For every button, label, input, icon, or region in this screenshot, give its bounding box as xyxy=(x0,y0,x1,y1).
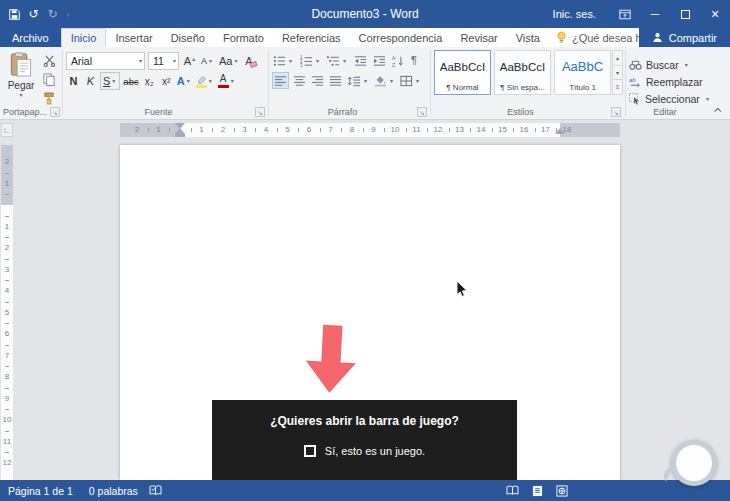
style-card[interactable]: AaBbCcI¶ Sin espa... xyxy=(494,50,551,95)
minimize-button[interactable]: ─ xyxy=(640,0,670,28)
font-color-button[interactable]: A ▾ xyxy=(217,73,237,90)
tab-stop-selector[interactable]: ∟ xyxy=(1,123,13,137)
chevron-down-icon: ▾ xyxy=(341,58,348,64)
collapse-ribbon-button[interactable] xyxy=(711,104,725,116)
vertical-ruler[interactable]: 12345678910111212 xyxy=(1,138,13,480)
ruler-tick xyxy=(5,366,9,367)
format-painter-button[interactable] xyxy=(40,90,58,106)
grow-font-button[interactable]: A▴ xyxy=(182,53,197,70)
save-button[interactable] xyxy=(5,4,24,24)
tab-revisar[interactable]: Revisar xyxy=(451,28,506,47)
multilevel-list-button[interactable]: ▾ xyxy=(326,52,349,69)
tab-vista[interactable]: Vista xyxy=(507,28,549,47)
ruler-tick xyxy=(320,128,321,132)
paste-button[interactable]: Pegar ▾ xyxy=(5,50,37,108)
bullets-icon xyxy=(273,55,286,67)
find-button[interactable]: Buscar ▾ xyxy=(629,57,690,72)
sort-button[interactable]: AZ xyxy=(391,52,406,69)
highlight-button[interactable]: ▾ xyxy=(195,73,215,90)
ruler-top-margin xyxy=(1,145,13,205)
styles-scroll-down-button[interactable]: ▾ xyxy=(612,66,623,81)
font-name-select[interactable]: Arial ▾ xyxy=(66,52,145,70)
cut-button[interactable] xyxy=(40,52,58,68)
close-button[interactable]: × xyxy=(700,0,730,28)
ruler-tick xyxy=(513,128,514,132)
font-dialog-launcher[interactable]: ↘ xyxy=(255,107,265,117)
proofing-status-button[interactable] xyxy=(146,485,166,496)
ruler-number: 3 xyxy=(242,126,246,134)
left-indent-marker[interactable] xyxy=(175,134,185,137)
maximize-button[interactable] xyxy=(670,0,700,28)
borders-button[interactable]: ▾ xyxy=(399,72,422,89)
text-effects-button[interactable]: A▾ xyxy=(176,73,193,90)
bold-button[interactable]: N xyxy=(66,73,81,90)
cortana-orb[interactable] xyxy=(671,440,717,486)
word-count[interactable]: 0 palabras xyxy=(81,485,146,497)
tab-correspondencia[interactable]: Correspondencia xyxy=(350,28,452,47)
superscript-button[interactable]: x² xyxy=(159,73,174,90)
replace-icon: ab xyxy=(629,76,642,88)
select-button[interactable]: Seleccionar ▾ xyxy=(629,91,711,106)
font-size-select[interactable]: 11 ▾ xyxy=(148,52,179,70)
show-paragraph-marks-button[interactable]: ¶ xyxy=(410,52,418,69)
paragraph-dialog-launcher[interactable]: ↘ xyxy=(417,107,427,117)
sign-in-button[interactable]: Inic. ses. xyxy=(539,8,610,20)
tab-inicio[interactable]: Inicio xyxy=(61,28,107,47)
align-left-button[interactable] xyxy=(272,72,289,89)
style-card[interactable]: AaBbCcI¶ Normal xyxy=(434,50,491,95)
tab-formato[interactable]: Formato xyxy=(214,28,273,47)
underline-button[interactable]: S ▾ xyxy=(100,72,120,90)
styles-dialog-launcher[interactable]: ↘ xyxy=(611,107,621,117)
increase-indent-button[interactable] xyxy=(372,52,387,69)
align-center-button[interactable] xyxy=(292,72,307,89)
read-mode-icon xyxy=(506,485,519,496)
styles-more-button[interactable]: ≡ xyxy=(612,80,623,95)
ruler-number: 3 xyxy=(1,266,13,274)
ruler-tick xyxy=(277,128,278,132)
styles-scrollbar: ▴ ▾ ≡ xyxy=(612,50,623,95)
styles-scroll-up-button[interactable]: ▴ xyxy=(612,50,623,66)
numbering-button[interactable]: 123▾ xyxy=(299,52,322,69)
justify-button[interactable] xyxy=(328,72,343,89)
page-indicator[interactable]: Página 1 de 1 xyxy=(0,485,81,497)
tab-insertar[interactable]: Insertar xyxy=(106,28,161,47)
replace-button[interactable]: ab Reemplazar xyxy=(629,74,703,89)
subscript-button[interactable]: x₂ xyxy=(142,73,157,90)
chevron-up-icon: ▴ xyxy=(616,54,619,61)
tab-archivo[interactable]: Archivo xyxy=(0,28,61,47)
read-mode-button[interactable] xyxy=(504,483,520,499)
web-layout-button[interactable] xyxy=(554,483,570,499)
ruler-number: 11 xyxy=(1,438,13,446)
dialog-checkbox-row[interactable]: Sí, esto es un juego. xyxy=(304,445,425,457)
dialog-title: ¿Quieres abrir la barra de juego? xyxy=(212,414,517,428)
redo-button[interactable]: ↻ xyxy=(43,4,62,24)
print-layout-button[interactable] xyxy=(529,483,545,499)
shrink-font-button[interactable]: A▾ xyxy=(200,53,215,70)
checkbox-label: Sí, esto es un juego. xyxy=(325,445,425,457)
svg-text:ab: ab xyxy=(629,77,636,83)
ruler-number: 14 xyxy=(477,126,486,134)
change-case-button[interactable]: Aa▾ xyxy=(218,53,240,70)
clipboard-dialog-launcher[interactable]: ↘ xyxy=(50,107,60,117)
horizontal-ruler[interactable]: 12345678910111213141516171812 xyxy=(120,123,620,137)
customize-quick-access-button[interactable]: ▾ xyxy=(62,4,74,24)
style-card[interactable]: AaBbCTítulo 1 xyxy=(554,50,611,95)
copy-button[interactable] xyxy=(40,71,58,87)
checkbox[interactable] xyxy=(304,445,316,457)
bullets-button[interactable]: ▾ xyxy=(272,52,295,69)
ruler-tick xyxy=(5,216,9,217)
undo-button[interactable]: ↺ xyxy=(24,4,43,24)
italic-button[interactable]: K xyxy=(83,73,98,90)
ribbon-display-options-button[interactable] xyxy=(610,0,640,28)
tab-referencias[interactable]: Referencias xyxy=(273,28,350,47)
line-spacing-button[interactable]: ▾ xyxy=(346,72,370,89)
share-button[interactable]: Compartir xyxy=(639,28,730,47)
shading-button[interactable]: ▾ xyxy=(373,72,396,89)
strikethrough-button[interactable]: abc xyxy=(122,73,139,90)
clear-formatting-button[interactable]: A xyxy=(244,53,259,70)
save-icon xyxy=(9,9,20,20)
decrease-indent-button[interactable] xyxy=(353,52,368,69)
tab-diseno[interactable]: Diseño xyxy=(162,28,214,47)
right-indent-marker[interactable] xyxy=(555,128,565,134)
align-right-button[interactable] xyxy=(310,72,325,89)
